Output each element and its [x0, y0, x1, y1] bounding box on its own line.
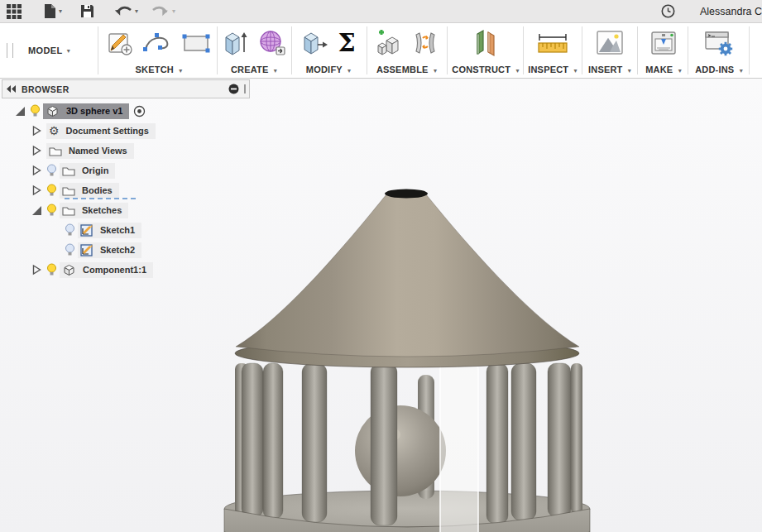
- joint-button[interactable]: [411, 30, 439, 56]
- spline-icon: [141, 31, 173, 55]
- ribbon-toolbar: MODEL ▾: [0, 23, 762, 79]
- collapse-panel-icon[interactable]: [7, 85, 17, 93]
- caret-down-icon: ▾: [515, 67, 519, 74]
- lightbulb-on-icon[interactable]: [43, 263, 60, 276]
- folder-icon: [49, 146, 62, 156]
- tree-item[interactable]: Sketches: [60, 203, 128, 218]
- tree-row-sketch1[interactable]: Sketch1: [61, 222, 141, 238]
- tree-row-sketches[interactable]: Sketches: [30, 202, 128, 218]
- construct-group-dropdown[interactable]: CONSTRUCT ▾: [448, 65, 523, 74]
- toolbar-group-inspect: INSPECT ▾: [525, 23, 581, 78]
- measure-button[interactable]: [535, 31, 570, 55]
- extrude-button[interactable]: [222, 29, 250, 57]
- user-name[interactable]: Alessandra C: [700, 6, 762, 17]
- activate-component-radio[interactable]: [133, 105, 146, 117]
- file-menu-button[interactable]: ▾: [43, 0, 62, 22]
- lightbulb-off-icon[interactable]: [43, 164, 60, 177]
- expander-collapsed-icon[interactable]: [30, 165, 43, 176]
- toolbar-separator: [582, 26, 582, 74]
- toolbar-separator: [98, 26, 98, 74]
- tree-item-label: Component1:1: [83, 265, 146, 275]
- app-grid-button[interactable]: [7, 0, 22, 22]
- lightbulb-off-icon[interactable]: [61, 223, 78, 237]
- tree-row-component1[interactable]: Component1:1: [30, 261, 153, 278]
- caret-down-icon: ▾: [434, 67, 437, 74]
- tree-item[interactable]: Component1:1: [60, 262, 153, 278]
- tree-item-label: Named Views: [69, 146, 127, 156]
- extrude-icon: [222, 29, 250, 57]
- create-sketch-button[interactable]: [107, 30, 133, 56]
- tree-row-root[interactable]: 3D sphere v1: [13, 103, 146, 119]
- inner-sphere-body[interactable]: [355, 405, 446, 496]
- modify-group-dropdown[interactable]: MODIFY ▾: [293, 65, 364, 74]
- selected-translucent-column[interactable]: [440, 363, 478, 532]
- minus-circle-icon: [228, 84, 239, 94]
- tree-item-label: Sketches: [82, 205, 122, 215]
- panel-resize-handle[interactable]: [244, 84, 246, 93]
- toolbar-separator: [523, 26, 524, 74]
- caret-down-icon: ▾: [574, 67, 577, 74]
- toolbar-grip-handle[interactable]: [7, 43, 13, 58]
- expander-collapsed-icon[interactable]: [30, 125, 43, 137]
- application-bar: ▾ ▾ ▾ Alessandra C: [0, 0, 762, 23]
- expander-collapsed-icon[interactable]: [30, 185, 43, 196]
- spline-button[interactable]: [141, 31, 173, 55]
- expander-collapsed-icon[interactable]: [30, 264, 43, 276]
- browser-minimize-button[interactable]: [228, 84, 239, 94]
- cone-roof[interactable]: [236, 191, 579, 357]
- construction-plane-button[interactable]: [471, 29, 501, 57]
- tree-item[interactable]: Sketch1: [78, 223, 141, 238]
- lightbulb-off-icon[interactable]: [61, 243, 78, 256]
- browser-title: BROWSER: [22, 84, 69, 94]
- undo-button[interactable]: ▾: [114, 0, 138, 22]
- notifications-clock-button[interactable]: [661, 0, 675, 22]
- change-parameters-button[interactable]: Σ: [338, 31, 355, 55]
- model-birdcage[interactable]: [215, 178, 604, 532]
- tree-item-selected[interactable]: 3D sphere v1: [43, 103, 129, 119]
- insert-image-button[interactable]: [595, 30, 625, 56]
- create-group-dropdown[interactable]: CREATE ▾: [218, 65, 290, 74]
- toolbar-group-make: MAKE ▾: [639, 23, 688, 78]
- inspect-group-dropdown[interactable]: INSPECT ▾: [525, 65, 581, 74]
- toolbar-separator: [637, 26, 638, 74]
- tree-row-named-views[interactable]: Named Views: [30, 142, 134, 159]
- component-icon: [46, 105, 60, 117]
- sketch-group-dropdown[interactable]: SKETCH ▾: [103, 65, 215, 74]
- workspace-switcher[interactable]: MODEL ▾: [28, 40, 70, 61]
- lightbulb-on-icon[interactable]: [43, 204, 60, 217]
- save-button[interactable]: [80, 0, 94, 22]
- sketch-icon: [80, 223, 93, 237]
- expander-expanded-icon[interactable]: [30, 205, 43, 216]
- tree-row-origin[interactable]: Origin: [30, 162, 115, 179]
- create-sketch-icon: [107, 30, 133, 56]
- insert-group-dropdown[interactable]: INSERT ▾: [583, 65, 636, 74]
- tree-item[interactable]: Named Views: [46, 143, 134, 159]
- assemble-group-dropdown[interactable]: ASSEMBLE ▾: [368, 65, 445, 74]
- addins-group-dropdown[interactable]: ADD-INS ▾: [689, 65, 749, 74]
- tree-item[interactable]: ⚙ Document Settings: [46, 123, 156, 139]
- toolbar-group-construct: CONSTRUCT ▾: [448, 23, 523, 78]
- tree-item[interactable]: Origin: [60, 163, 115, 179]
- caret-down-icon: ▾: [135, 7, 138, 15]
- lightbulb-on-icon[interactable]: [26, 104, 43, 117]
- rectangle-sketch-button[interactable]: [181, 32, 211, 54]
- expander-collapsed-icon[interactable]: [30, 145, 43, 156]
- tree-item[interactable]: Bodies: [60, 183, 119, 199]
- 3d-print-icon: [649, 30, 678, 56]
- browser-header[interactable]: BROWSER: [2, 79, 250, 98]
- tree-row-document-settings[interactable]: ⚙ Document Settings: [30, 122, 156, 139]
- 3d-print-button[interactable]: [649, 30, 678, 56]
- expander-expanded-icon[interactable]: [13, 106, 26, 117]
- toolbar-separator: [749, 26, 750, 74]
- lightbulb-on-icon[interactable]: [43, 184, 60, 197]
- redo-button[interactable]: ▾: [151, 0, 175, 22]
- tree-item[interactable]: Sketch2: [78, 242, 141, 258]
- tree-row-bodies[interactable]: Bodies: [30, 182, 119, 199]
- press-pull-button[interactable]: [301, 29, 329, 57]
- tree-row-sketch2[interactable]: Sketch2: [61, 242, 141, 258]
- cone-top-hole: [385, 189, 428, 199]
- create-form-button[interactable]: [258, 29, 286, 57]
- scripts-addins-button[interactable]: [703, 29, 735, 57]
- make-group-dropdown[interactable]: MAKE ▾: [639, 65, 688, 74]
- new-component-button[interactable]: [375, 30, 403, 56]
